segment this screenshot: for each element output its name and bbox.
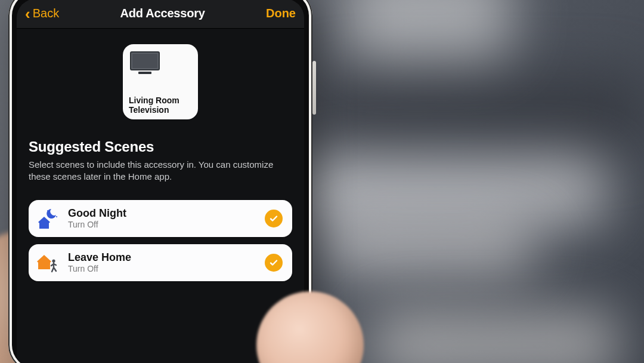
checkmark-icon[interactable] [265, 254, 283, 272]
scene-row-leave-home[interactable]: Leave Home Turn Off [29, 244, 292, 281]
phone-side-button [312, 61, 316, 115]
back-button[interactable]: ‹ Back [25, 6, 59, 21]
background-blur [346, 0, 513, 60]
svg-point-4 [56, 216, 57, 217]
background-blur [310, 72, 644, 155]
scene-action: Turn Off [68, 264, 256, 273]
stage: ‹ Back Add Accessory Done [0, 0, 644, 363]
scene-action: Turn Off [68, 220, 256, 229]
done-button[interactable]: Done [266, 7, 296, 20]
svg-point-3 [47, 210, 48, 211]
svg-rect-1 [132, 54, 157, 68]
chevron-left-icon: ‹ [25, 6, 30, 21]
scene-text: Good Night Turn Off [68, 207, 256, 229]
phone-bezel: ‹ Back Add Accessory Done [12, 0, 309, 363]
accessory-tile[interactable]: Living Room Television [123, 44, 198, 119]
background-blur [370, 309, 620, 363]
background-blur [322, 221, 537, 275]
content: Living Room Television Suggested Scenes … [17, 29, 304, 281]
moon-house-icon [36, 207, 60, 230]
scene-row-good-night[interactable]: Good Night Turn Off [29, 200, 292, 237]
back-label: Back [33, 7, 59, 20]
scene-list: Good Night Turn Off [29, 200, 292, 281]
background-blur [298, 155, 608, 227]
section-subtitle: Select scenes to include this accessory … [29, 159, 292, 183]
section-title: Suggested Scenes [29, 139, 292, 155]
accessory-name: Living Room Television [129, 96, 192, 115]
leave-home-icon [36, 251, 60, 275]
tv-icon [129, 50, 192, 85]
phone-frame: ‹ Back Add Accessory Done [8, 0, 312, 363]
scene-text: Leave Home Turn Off [68, 251, 256, 273]
scene-name: Good Night [68, 207, 256, 220]
svg-rect-2 [138, 72, 151, 74]
scene-name: Leave Home [68, 251, 256, 264]
screen: ‹ Back Add Accessory Done [17, 0, 304, 363]
navbar: ‹ Back Add Accessory Done [17, 0, 304, 29]
checkmark-icon[interactable] [265, 210, 283, 227]
nav-title: Add Accessory [120, 7, 205, 20]
